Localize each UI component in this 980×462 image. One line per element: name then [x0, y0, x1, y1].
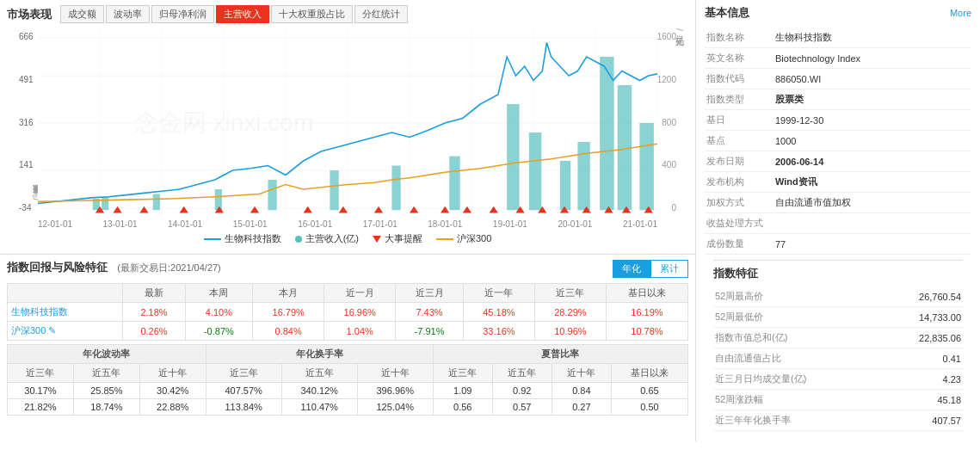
cell-hs-month: 0.84% — [253, 322, 324, 341]
cell-hs-since: 10.78% — [606, 322, 687, 341]
svg-marker-32 — [139, 206, 148, 213]
tab-zhuyingshouru[interactable]: 主营收入 — [216, 5, 269, 23]
cell-hs-week: -0.87% — [185, 322, 253, 341]
col-header-3: 本月 — [253, 284, 324, 303]
index-return-subtitle: (最新交易日:2021/04/27) — [117, 262, 220, 273]
cell-hs-3m: -7.91% — [396, 322, 464, 341]
row-biotech-label: 生物科技指数 — [8, 303, 123, 322]
index-char-title: 指数特征 — [713, 260, 963, 281]
svg-marker-35 — [250, 206, 259, 213]
cell-bio-latest: 2.18% — [123, 303, 185, 322]
annualized-tab-group: 年化 累计 — [613, 260, 688, 278]
tab-shida[interactable]: 十大权重股占比 — [271, 5, 353, 23]
info-row-returnmethod: 收益处理方式 — [705, 213, 971, 234]
svg-marker-41 — [463, 206, 472, 213]
col-header-2: 本周 — [185, 284, 253, 303]
risk-table: 年化波动率 年化换手率 夏普比率 近三年 近五年 近十年 近三年 近五年 近十年… — [7, 344, 688, 416]
svg-rect-22 — [449, 157, 459, 211]
market-title: 市场表现 — [7, 7, 52, 22]
legend-hs300: 沪深300 — [436, 232, 491, 245]
risk-sub-8: 近十年 — [552, 364, 611, 383]
index-return-title: 指数回报与风险特征 — [7, 261, 108, 274]
svg-rect-19 — [268, 180, 276, 210]
y-axis-left: 666 491 316 141 -34 — [19, 32, 34, 213]
svg-rect-25 — [560, 161, 570, 210]
x-axis-labels: 12-01-01 13-01-01 14-01-01 15-01-01 16-0… — [38, 218, 657, 229]
col-header-5: 近三月 — [396, 284, 464, 303]
cell-bio-month: 16.79% — [253, 303, 324, 322]
basic-info-table: 指数名称 生物科技指数 英文名称 Biotechnology Index 指数代… — [705, 28, 971, 255]
info-row-basedate: 基日 1999-12-30 — [705, 110, 971, 131]
info-row-code: 指数代码 886050.WI — [705, 69, 971, 89]
svg-rect-20 — [330, 170, 338, 210]
cell-bio-3y: 28.29% — [534, 303, 606, 322]
risk-sub-0: 近三年 — [8, 364, 74, 383]
svg-marker-31 — [113, 206, 121, 213]
risk-sub-4: 近五年 — [281, 364, 357, 383]
char-row-freefloat: 自由流通值占比 0.41 — [713, 348, 963, 369]
return-table: 最新 本周 本月 近一月 近三月 近一年 近三年 基日以来 生物科技指数 2.1… — [7, 283, 688, 341]
tab-annualized[interactable]: 年化 — [613, 260, 650, 278]
tab-chengjiaoe[interactable]: 成交额 — [60, 5, 104, 23]
col-header-6: 近一年 — [463, 284, 534, 303]
svg-rect-24 — [529, 132, 541, 210]
col-header-4: 近一月 — [324, 284, 396, 303]
tab-fenhong[interactable]: 分红统计 — [354, 5, 408, 23]
more-link[interactable]: More — [950, 8, 971, 18]
legend-hs300-line — [436, 238, 453, 240]
chart-legend: 生物科技指数 主营收入(亿) 大事提醒 沪深300 — [7, 229, 688, 249]
svg-rect-23 — [507, 104, 519, 210]
info-row-basepoint: 基点 1000 — [705, 131, 971, 151]
risk-sub-1: 近五年 — [73, 364, 139, 383]
row-hs300-label: 沪深300 ✎ — [8, 322, 123, 341]
cell-bio-since: 16.19% — [606, 303, 687, 322]
svg-marker-33 — [180, 206, 188, 213]
table-row: 21.82% 18.74% 22.88% 113.84% 110.47% 125… — [8, 399, 688, 416]
svg-rect-21 — [391, 166, 400, 211]
char-row-turnover-3y: 近三年年化换手率 407.57 — [713, 410, 963, 431]
info-row-name: 指数名称 生物科技指数 — [705, 28, 971, 48]
svg-rect-17 — [153, 194, 160, 211]
svg-marker-38 — [374, 206, 383, 213]
legend-biotech: 生物科技指数 — [204, 232, 281, 245]
legend-revenue-dot — [295, 236, 302, 243]
risk-sub-6: 近三年 — [433, 364, 492, 383]
info-row-enname: 英文名称 Biotechnology Index — [705, 48, 971, 69]
char-row-mktcap: 指数市值总和(亿) 22,835.06 — [713, 328, 963, 348]
market-tab-group: 成交额 波动率 归母净利润 主营收入 十大权重股占比 分红统计 — [60, 5, 408, 23]
table-row: 生物科技指数 2.18% 4.10% 16.79% 16.96% 7.43% 4… — [8, 303, 688, 322]
char-row-high52: 52周最高价 26,760.54 — [713, 286, 963, 307]
legend-revenue: 主营收入(亿) — [295, 232, 359, 245]
risk-sub-2: 近十年 — [139, 364, 206, 383]
info-row-pubdate: 发布日期 2006-06-14 — [705, 151, 971, 172]
cell-hs-3y: 10.96% — [534, 322, 606, 341]
legend-biotech-line — [204, 238, 221, 240]
index-char-table: 52周最高价 26,760.54 52周最低价 14,733.00 指数市值总和… — [713, 286, 963, 431]
cell-bio-3m: 7.43% — [396, 303, 464, 322]
col-header-8: 基日以来 — [606, 284, 687, 303]
svg-rect-29 — [639, 123, 653, 210]
svg-rect-27 — [600, 57, 613, 210]
cell-hs-1y: 33.16% — [463, 322, 534, 341]
risk-sub-7: 近五年 — [492, 364, 552, 383]
svg-marker-42 — [490, 206, 498, 213]
info-row-weightmethod: 加权方式 自由流通市值加权 — [705, 193, 971, 213]
cell-hs-latest: 0.26% — [123, 322, 185, 341]
cell-bio-1m: 16.96% — [324, 303, 396, 322]
tab-bodonglu[interactable]: 波动率 — [106, 5, 150, 23]
char-row-low52: 52周最低价 14,733.00 — [713, 307, 963, 328]
col-header-7: 近三年 — [534, 284, 606, 303]
col-header-1: 最新 — [123, 284, 185, 303]
svg-marker-37 — [339, 206, 348, 213]
svg-marker-39 — [410, 206, 418, 213]
info-row-puborg: 发布机构 Wind资讯 — [705, 172, 971, 193]
svg-rect-16 — [102, 197, 108, 210]
table-row: 30.17% 25.85% 30.42% 407.57% 340.12% 396… — [8, 383, 688, 399]
risk-group-3: 夏普比率 — [433, 345, 687, 364]
tab-cumulative[interactable]: 累计 — [650, 260, 688, 278]
tab-guimu[interactable]: 归母净利润 — [151, 5, 214, 23]
svg-marker-36 — [304, 206, 312, 213]
cell-bio-1y: 45.18% — [463, 303, 534, 322]
info-row-type: 指数类型 股票类 — [705, 89, 971, 110]
chart-area: 念金网 xinxi.com — [38, 28, 657, 218]
